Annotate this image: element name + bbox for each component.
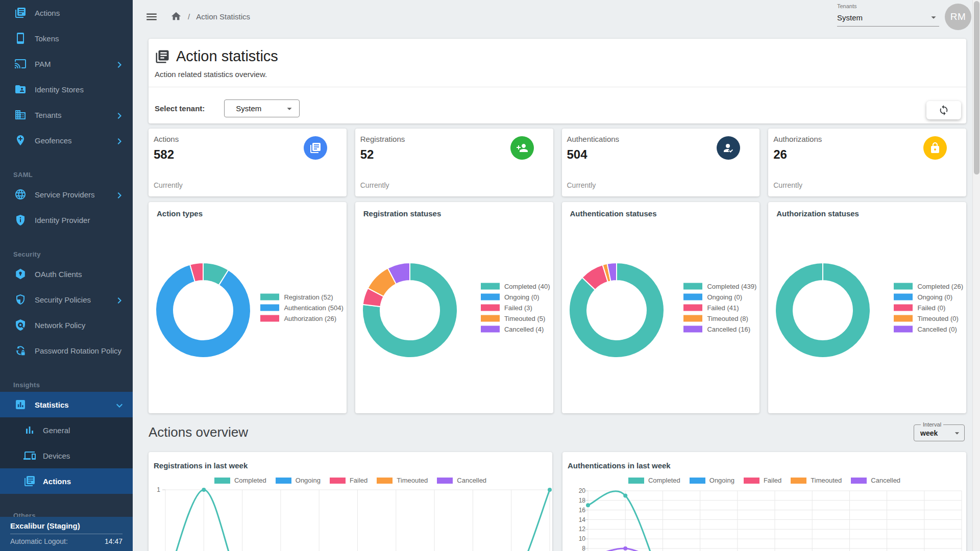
donut-legend: Registration (52)Authentication (504)Aut… (260, 292, 343, 324)
sidebar-item-geofences[interactable]: Geofences (0, 128, 133, 153)
breadcrumb-separator: / (188, 12, 190, 21)
legend-item-completed[interactable]: Completed (26) (894, 281, 963, 292)
legend-item-timeouted[interactable]: Timeouted (5) (481, 313, 550, 324)
chevron-right-icon (113, 294, 126, 307)
sidebar-item-label: Devices (43, 452, 70, 460)
sidebar-item-label: Geofences (35, 136, 72, 145)
line-chart-cards: Registrations in last weekCompletedOngoi… (149, 452, 966, 551)
sidebar-item-password-rotation-policy[interactable]: Password Rotation Policy (0, 338, 133, 363)
page-subtitle: Action related statistics overview. (149, 65, 966, 79)
legend-swatch (260, 305, 279, 311)
home-icon (170, 11, 182, 22)
legend-item-registration[interactable]: Registration (52) (260, 292, 343, 303)
user-avatar[interactable]: RM (945, 4, 971, 30)
sidebar-item-actions[interactable]: Actions (0, 0, 133, 26)
legend-item-timeouted[interactable]: Timeouted (8) (683, 313, 756, 324)
legend-item-authorization[interactable]: Authorization (26) (260, 313, 343, 324)
scrollbar-thumb[interactable] (974, 1, 979, 174)
legend-label: Cancelled (0) (917, 325, 957, 333)
legend-item-completed[interactable]: Completed (40) (481, 281, 550, 292)
page-header-card: Action statistics Action related statist… (149, 39, 966, 123)
actions-overview-title: Actions overview (149, 424, 248, 440)
stat-caption: Currently (154, 181, 183, 189)
legend-swatch (894, 305, 913, 311)
sidebar-item-security-policies[interactable]: Security Policies (0, 287, 133, 312)
building-icon (14, 109, 27, 121)
chevron-down-icon (952, 428, 962, 438)
sidebar-item-oauth-clients[interactable]: OAuth Clients (0, 261, 133, 287)
sidebar-item-network-policy[interactable]: Network Policy (0, 312, 133, 338)
sidebar-item-identity-stores[interactable]: Identity Stores (0, 77, 133, 102)
legend-swatch (683, 283, 702, 290)
legend-item-failed[interactable]: Failed (41) (683, 303, 756, 313)
app-name: Excalibur (Staging) (10, 521, 122, 530)
legend-label: Authentication (504) (284, 304, 343, 312)
sidebar-item-label: Identity Provider (35, 216, 90, 224)
legend-swatch (683, 315, 702, 322)
legend-item-ongoing[interactable]: Ongoing (0) (683, 292, 756, 303)
legend-item-timeouted[interactable]: Timeouted (0) (894, 313, 963, 324)
sidebar-item-tokens[interactable]: Tokens (0, 26, 133, 51)
sidebar-item-label: Service Providers (35, 190, 95, 199)
svg-text:1: 1 (157, 486, 160, 493)
sidebar-item-label: Statistics (35, 400, 69, 409)
legend-item-ongoing[interactable]: Ongoing (0) (481, 292, 550, 303)
sidebar-item-devices[interactable]: Devices (0, 443, 133, 468)
sidebar-item-tenants[interactable]: Tenants (0, 102, 133, 128)
line-chart: 1 (149, 452, 552, 551)
line-chart-card-registrations-in-last-week: Registrations in last weekCompletedOngoi… (149, 452, 552, 551)
legend-item-cancelled[interactable]: Cancelled (0) (894, 324, 963, 335)
sidebar-menu: ActionsTokensPAMIdentity StoresTenantsGe… (0, 0, 133, 522)
cast-icon (14, 58, 27, 70)
library-books-icon (155, 49, 170, 64)
legend-item-failed[interactable]: Failed (0) (894, 303, 963, 313)
person-check-icon (722, 142, 734, 154)
donut-card-action-types: Action typesRegistration (52)Authenticat… (149, 202, 347, 413)
sidebar-section-security: Security (0, 247, 133, 261)
legend-item-completed[interactable]: Completed (439) (683, 281, 756, 292)
sidebar-item-statistics[interactable]: Statistics (0, 392, 133, 417)
footer-divider (10, 534, 122, 534)
refresh-button[interactable] (926, 101, 961, 119)
select-tenant-label: Select tenant: (155, 104, 205, 113)
home-breadcrumb-link[interactable] (170, 11, 182, 22)
tenants-select[interactable]: Tenants System (837, 3, 939, 27)
legend-item-cancelled[interactable]: Cancelled (16) (683, 324, 756, 335)
tenants-select-label: Tenants (837, 3, 939, 9)
interval-select-label: Interval (921, 421, 943, 428)
arrow-drop-down-icon (928, 12, 939, 23)
stat-icon-badge (923, 136, 947, 160)
legend-swatch (260, 315, 279, 322)
legend-swatch (481, 315, 500, 322)
tenant-select[interactable]: System (224, 99, 300, 117)
legend-item-authentication[interactable]: Authentication (504) (260, 303, 343, 313)
legend-swatch (260, 294, 279, 300)
policy-icon (14, 319, 27, 331)
page-title: Action statistics (176, 48, 278, 65)
svg-text:16: 16 (579, 507, 586, 514)
menu-icon (145, 10, 158, 23)
legend-item-cancelled[interactable]: Cancelled (4) (481, 324, 550, 335)
sidebar-item-identity-provider[interactable]: Identity Provider (0, 207, 133, 233)
sidebar-item-service-providers[interactable]: Service Providers (0, 182, 133, 207)
sidebar-item-general[interactable]: General (0, 417, 133, 443)
legend-swatch (683, 326, 702, 333)
sidebar-item-label: Tokens (35, 34, 59, 43)
shield-info-icon (14, 214, 27, 226)
donut-slice-completed (775, 263, 870, 358)
line-chart-card-authentications-in-last-week: Authentications in last weekCompletedOng… (562, 452, 966, 551)
chevron-right-icon (113, 110, 126, 122)
location-pin-icon (14, 134, 27, 146)
sidebar-item-label: Actions (43, 477, 71, 486)
svg-text:10: 10 (579, 535, 586, 542)
legend-label: Timeouted (0) (917, 315, 958, 322)
legend-swatch (481, 305, 500, 311)
smartphone-icon (14, 32, 27, 44)
breadcrumb-current: Action Statistics (196, 12, 250, 21)
menu-toggle-button[interactable] (145, 10, 158, 23)
legend-item-failed[interactable]: Failed (3) (481, 303, 550, 313)
legend-label: Completed (439) (707, 283, 756, 290)
legend-item-ongoing[interactable]: Ongoing (0) (894, 292, 963, 303)
sidebar-item-actions[interactable]: Actions (0, 468, 133, 494)
sidebar-item-pam[interactable]: PAM (0, 51, 133, 77)
